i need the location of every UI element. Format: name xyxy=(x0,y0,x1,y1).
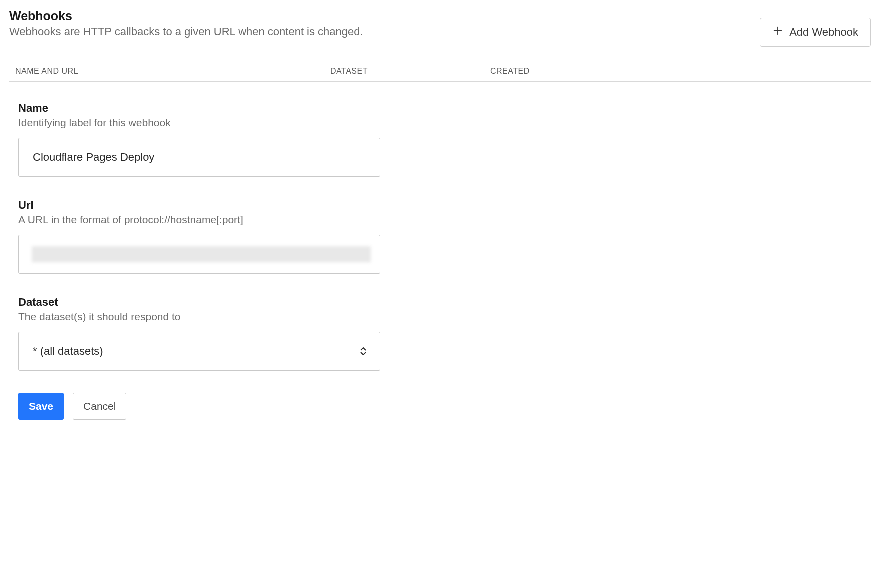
dataset-selected-value: * (all datasets) xyxy=(33,345,103,358)
url-label: Url xyxy=(18,199,390,212)
url-help: A URL in the format of protocol://hostna… xyxy=(18,214,390,226)
page-title: Webhooks xyxy=(9,9,760,24)
chevron-updown-icon xyxy=(360,348,367,356)
page-header: Webhooks Webhooks are HTTP callbacks to … xyxy=(9,9,871,47)
save-button[interactable]: Save xyxy=(18,393,64,420)
name-label: Name xyxy=(18,102,390,115)
dataset-select[interactable]: * (all datasets) xyxy=(18,332,380,371)
form-actions: Save Cancel xyxy=(18,393,390,420)
dataset-label: Dataset xyxy=(18,296,390,309)
cancel-button[interactable]: Cancel xyxy=(73,393,126,420)
url-field-group: Url A URL in the format of protocol://ho… xyxy=(18,199,390,274)
dataset-field-group: Dataset The dataset(s) it should respond… xyxy=(18,296,390,371)
page-subtitle: Webhooks are HTTP callbacks to a given U… xyxy=(9,26,760,38)
dataset-help: The dataset(s) it should respond to xyxy=(18,311,390,323)
name-help: Identifying label for this webhook xyxy=(18,117,390,129)
add-webhook-label: Add Webhook xyxy=(789,26,858,39)
column-header-created: CREATED xyxy=(490,67,865,76)
column-header-dataset: DATASET xyxy=(330,67,490,76)
url-input[interactable] xyxy=(18,235,380,274)
name-input[interactable] xyxy=(18,138,380,177)
webhook-form: Name Identifying label for this webhook … xyxy=(9,82,399,420)
name-field-group: Name Identifying label for this webhook xyxy=(18,102,390,177)
redacted-content xyxy=(32,246,371,262)
table-header-row: NAME AND URL DATASET CREATED xyxy=(9,62,871,82)
column-header-name-url: NAME AND URL xyxy=(15,67,330,76)
plus-icon xyxy=(772,26,783,40)
add-webhook-button[interactable]: Add Webhook xyxy=(760,18,871,47)
